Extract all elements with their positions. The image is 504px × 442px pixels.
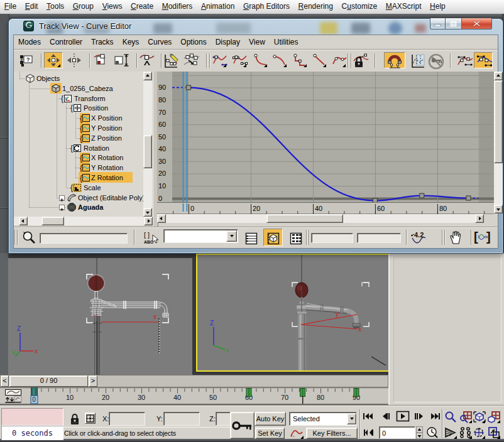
tree-item-x-position[interactable]: {X Position (14, 113, 143, 123)
previous-frame-button[interactable] (380, 411, 394, 423)
minimize-button[interactable] (430, 18, 446, 30)
toolbar-button-lock-keys[interactable] (353, 53, 366, 67)
toolbar-button-tan-step[interactable] (293, 53, 307, 67)
play-animation-button[interactable] (396, 411, 410, 423)
close-button[interactable] (461, 18, 492, 30)
set-key-button[interactable]: Set Key (255, 428, 285, 439)
pan-icon[interactable] (449, 230, 463, 245)
coordinate-z-field[interactable] (216, 412, 231, 426)
toolbar-button-show-keyable[interactable] (428, 53, 442, 67)
time-slider-prev-button[interactable]: < (1, 375, 9, 387)
tree-item-1-0256-cabeza[interactable]: 1_0256_Cabeza (14, 84, 143, 94)
main-menu-tools[interactable]: Tools (42, 0, 68, 14)
tree-vertical-scrollbar[interactable] (143, 72, 152, 217)
main-menu-animation[interactable]: Animation (197, 0, 239, 14)
time-configuration-button[interactable] (426, 426, 439, 439)
tree-item-scale[interactable]: {Scale (14, 183, 143, 193)
maximize-button[interactable] (446, 18, 461, 30)
absolute-mode-toggle[interactable] (85, 412, 96, 424)
main-menu-create[interactable]: Create (126, 0, 158, 14)
tv-menu-modes[interactable]: Modes (14, 38, 45, 46)
scrollbar-thumb[interactable] (494, 80, 503, 163)
edit-track-set-icon[interactable]: [ ]ABC (143, 230, 161, 246)
tv-menu-tracks[interactable]: Tracks (87, 38, 118, 46)
maxscript-macro-recorder[interactable] (1, 408, 63, 426)
tree-item-x-rotation[interactable]: {X Rotation (14, 153, 143, 163)
toolbar-button-add-keys[interactable] (140, 53, 153, 67)
nav-walk-through-button[interactable] (459, 426, 472, 439)
tree-expand-button[interactable] (59, 205, 65, 210)
tree-item-objects[interactable]: Objects (14, 73, 143, 84)
tree-item-position[interactable]: {Position (14, 103, 143, 113)
main-menu-modifiers[interactable]: Modifiers (158, 0, 197, 14)
controller-tree-panel[interactable]: Objects1_0256_Cabeza{Transform{Position{… (14, 72, 143, 217)
viewport-left-wireframe[interactable]: yxZxV (8, 258, 192, 375)
track-bar[interactable]: 1020304050607080900 (0, 387, 388, 405)
toolbar-button-tan-custom[interactable] (233, 53, 246, 67)
toolbar-button-tan-smooth[interactable] (332, 53, 346, 67)
tree-expand-button[interactable] (59, 195, 65, 201)
main-menu-file[interactable]: File (0, 0, 21, 14)
toolbar-button-lock-tangents[interactable] (476, 53, 490, 67)
main-menu-views[interactable]: Views (98, 0, 126, 14)
tv-menu-view[interactable]: View (244, 38, 270, 46)
toolbar-button-slide-keys[interactable] (67, 53, 80, 67)
graph-horizontal-scrollbar[interactable] (157, 214, 484, 223)
track-set-name-field[interactable] (40, 233, 128, 244)
scroll-down-button[interactable] (494, 205, 503, 213)
nav-zoom-extents-all-button[interactable] (488, 411, 500, 423)
toolbar-button-move-keys[interactable] (47, 53, 60, 67)
time-slider-next-button[interactable]: > (89, 375, 97, 387)
viewport-right-content[interactable]: yxZx (197, 255, 388, 370)
go-to-start-button[interactable] (362, 411, 376, 423)
toolbar-button-oor-types[interactable] (410, 53, 424, 67)
toolbar-button-draw-curves[interactable] (163, 53, 177, 67)
toolbar-button-tan-auto[interactable] (212, 53, 226, 67)
tree-item-object-editable-poly-[interactable]: Object (Editable Poly) (14, 193, 143, 203)
maxscript-mini-listener[interactable]: 0 seconds (1, 426, 63, 440)
scroll-left-button[interactable] (19, 217, 28, 225)
tree-item-y-position[interactable]: {Y Position (14, 123, 143, 133)
main-menu-rendering[interactable]: Rendering (294, 0, 337, 14)
nav-zoom-button[interactable] (444, 411, 457, 423)
scroll-down-button[interactable] (143, 208, 152, 217)
tree-horizontal-scrollbar[interactable] (19, 217, 153, 225)
tree-item-aguada[interactable]: Aguada (14, 202, 143, 212)
tree-item-rotation[interactable]: {Rotation (14, 143, 143, 153)
scroll-up-button[interactable] (494, 72, 503, 80)
toolbar-button-tan-slow[interactable] (273, 53, 287, 67)
time-slider-thumb[interactable]: 0 / 90 (9, 375, 88, 387)
tree-item-z-position[interactable]: {Z Position (14, 133, 143, 143)
toolbar-button-show-tangents[interactable] (457, 53, 471, 67)
nav-orbit-button[interactable] (473, 426, 485, 439)
toolbar-button-scale-values[interactable] (114, 53, 128, 67)
main-menu-maxscript[interactable]: MAXScript (381, 0, 425, 14)
set-keys-button[interactable] (230, 412, 255, 439)
show-key-stats-icon[interactable]: 4.2 (410, 229, 427, 245)
current-frame-field[interactable]: 0 (379, 426, 415, 439)
coordinate-x-field[interactable] (109, 412, 145, 426)
main-menu-graph-editors[interactable]: Graph Editors (239, 0, 294, 14)
toolbar-button-filters[interactable]: ? (19, 53, 33, 67)
frame-spinner[interactable] (416, 426, 423, 439)
scroll-left-button[interactable] (157, 214, 166, 223)
next-frame-button[interactable] (412, 411, 427, 423)
tree-item-transform[interactable]: {Transform (14, 94, 143, 104)
bottombar-filter-dope-button[interactable] (289, 232, 303, 245)
default-in-out-tangents-button[interactable] (290, 427, 304, 439)
scrollbar-thumb[interactable] (143, 135, 152, 168)
nav-zoom-extents-button[interactable] (473, 411, 485, 423)
zoom-value-extents-icon[interactable]: [] (474, 230, 491, 245)
main-menu-edit[interactable]: Edit (21, 0, 42, 14)
nav-field-of-view-button[interactable] (444, 426, 457, 439)
go-to-end-button[interactable] (428, 411, 442, 423)
tv-menu-curves[interactable]: Curves (143, 38, 176, 46)
track-set-dropdown-arrow[interactable] (226, 230, 237, 242)
scrollbar-thumb[interactable] (266, 214, 343, 223)
main-menu-help[interactable]: Help (425, 0, 449, 14)
key-value-field[interactable] (357, 233, 401, 243)
bottombar-filter-list-button[interactable] (244, 232, 258, 245)
toolbar-button-scale-keys[interactable] (93, 53, 107, 67)
selection-lock-icon[interactable] (70, 412, 80, 425)
coordinate-y-field[interactable] (163, 412, 200, 426)
